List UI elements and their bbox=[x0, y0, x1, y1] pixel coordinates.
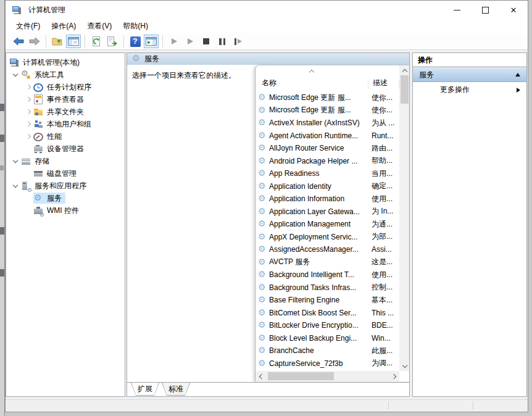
forward-button[interactable] bbox=[27, 35, 42, 48]
service-row[interactable]: Application Layer Gatewa... 为 In... bbox=[256, 206, 399, 218]
maximize-button[interactable] bbox=[471, 1, 499, 19]
service-name: Application Management bbox=[268, 220, 368, 228]
view-tab[interactable]: 标准 bbox=[162, 383, 190, 396]
tree-expand-chevron-icon[interactable] bbox=[23, 94, 33, 104]
tree-expand-chevron-icon[interactable] bbox=[11, 181, 21, 191]
tree-item[interactable]: 共享文件夹 bbox=[6, 106, 125, 118]
service-row[interactable]: Agent Activation Runtime... Runt... bbox=[256, 130, 399, 143]
tree-item[interactable]: 性能 bbox=[6, 130, 125, 143]
export-list-button[interactable] bbox=[105, 35, 120, 48]
service-description: 使用... bbox=[368, 270, 399, 280]
service-row[interactable]: AVCTP 服务 这是... bbox=[256, 256, 399, 269]
service-row[interactable]: AppX Deployment Servic... 为部... bbox=[256, 231, 399, 244]
service-row[interactable]: BitComet Disk Boost Ser... This ... bbox=[256, 307, 399, 320]
scroll-up-icon[interactable] bbox=[399, 65, 410, 76]
tree-item[interactable]: 计算机管理(本地) bbox=[6, 56, 125, 69]
tree-item[interactable]: 服务 bbox=[6, 192, 125, 204]
tree-item-icon bbox=[33, 107, 43, 117]
tree-item[interactable]: 事件查看器 bbox=[6, 93, 125, 106]
restart-service-button[interactable] bbox=[231, 35, 246, 48]
tree-item[interactable]: 设备管理器 bbox=[6, 143, 125, 155]
service-row[interactable]: Application Identity 确定... bbox=[256, 180, 399, 193]
view-tab[interactable]: 扩展 bbox=[131, 383, 159, 396]
service-gear-icon bbox=[258, 131, 268, 141]
service-gear-icon bbox=[258, 118, 268, 128]
tree-item[interactable]: 存储 bbox=[6, 155, 125, 167]
tree-item[interactable]: 服务和应用程序 bbox=[6, 180, 125, 192]
actions-section-services[interactable]: 服务 bbox=[413, 68, 526, 82]
scroll-left-icon[interactable] bbox=[256, 371, 266, 381]
help-icon: ? bbox=[130, 36, 141, 47]
service-gear-icon bbox=[258, 143, 268, 153]
tree-item[interactable]: 任务计划程序 bbox=[6, 81, 125, 93]
tree-expand-chevron-icon[interactable] bbox=[23, 144, 33, 154]
tree-item[interactable]: 磁盘管理 bbox=[6, 167, 125, 180]
title-bar[interactable]: 计算机管理 ✕ bbox=[6, 1, 528, 19]
service-row[interactable]: Background Tasks Infras... 控制... bbox=[256, 281, 399, 294]
tree-item[interactable]: 本地用户和组 bbox=[6, 118, 125, 130]
column-divider[interactable] bbox=[368, 80, 368, 89]
service-description: Assi... bbox=[368, 245, 399, 254]
tree-expand-chevron-icon[interactable] bbox=[23, 119, 33, 129]
scroll-right-icon[interactable] bbox=[389, 371, 399, 381]
show-action-pane-button[interactable] bbox=[144, 35, 159, 48]
service-name: BitLocker Drive Encryptio... bbox=[268, 321, 368, 330]
tree-expand-chevron-icon[interactable] bbox=[11, 70, 21, 80]
minimize-button[interactable] bbox=[443, 1, 471, 19]
service-description: This ... bbox=[368, 309, 399, 317]
action-pane-window-icon bbox=[146, 37, 157, 46]
menu-item[interactable]: 帮助(H) bbox=[117, 20, 154, 33]
tree-expand-chevron-icon[interactable] bbox=[23, 193, 33, 203]
service-description: 此服... bbox=[368, 346, 399, 356]
service-row[interactable]: Android Package Helper ... 帮助... bbox=[256, 155, 399, 168]
console-tree-window-icon bbox=[68, 37, 79, 46]
tree-item[interactable]: 系统工具 bbox=[6, 69, 125, 81]
tree-item-icon bbox=[33, 119, 43, 129]
vertical-scrollbar[interactable] bbox=[399, 65, 410, 371]
back-button[interactable] bbox=[11, 35, 26, 48]
column-header-name[interactable]: 名称 bbox=[262, 78, 276, 88]
service-row[interactable]: Background Intelligent T... 使用... bbox=[256, 268, 399, 281]
tree-expand-chevron-icon[interactable] bbox=[23, 206, 33, 215]
service-row[interactable]: Microsoft Edge 更新 服... 使你... bbox=[256, 91, 399, 104]
service-row[interactable]: ActiveX Installer (AxInstSV) 为从 ... bbox=[256, 117, 399, 130]
service-row[interactable]: Application Information 使用... bbox=[256, 193, 399, 206]
help-button[interactable]: ? bbox=[128, 35, 143, 48]
service-row[interactable]: App Readiness 当用... bbox=[256, 167, 399, 180]
vertical-scroll-thumb[interactable] bbox=[401, 75, 409, 104]
pause-service-button[interactable] bbox=[215, 35, 230, 48]
tree-item-label: 性能 bbox=[45, 131, 64, 142]
tree-item[interactable]: WMI 控件 bbox=[6, 204, 125, 217]
resume-service-button[interactable] bbox=[183, 35, 197, 48]
tree-expand-chevron-icon[interactable] bbox=[23, 131, 33, 141]
tree-expand-chevron-icon[interactable] bbox=[23, 82, 33, 92]
service-row[interactable]: Application Management 为通... bbox=[256, 218, 399, 231]
close-button[interactable]: ✕ bbox=[499, 1, 528, 19]
horizontal-scrollbar[interactable] bbox=[256, 371, 399, 381]
stop-service-button[interactable] bbox=[199, 35, 214, 48]
service-row[interactable]: Microsoft Edge 更新 服... 使你... bbox=[256, 104, 399, 117]
refresh-button[interactable] bbox=[89, 35, 104, 48]
show-console-tree-button[interactable] bbox=[66, 35, 81, 48]
service-row[interactable]: AllJoyn Router Service 路由... bbox=[256, 142, 399, 155]
menu-item[interactable]: 操作(A) bbox=[46, 20, 81, 33]
up-folder-button[interactable] bbox=[50, 35, 65, 48]
collapse-section-icon[interactable] bbox=[515, 73, 520, 77]
more-actions-item[interactable]: 更多操作 bbox=[413, 82, 526, 98]
service-row[interactable]: CaptureService_72f3b 为调... bbox=[256, 357, 399, 370]
service-row[interactable]: Block Level Backup Engi... Win... bbox=[256, 332, 399, 345]
menu-item[interactable]: 查看(V) bbox=[81, 20, 117, 33]
service-row[interactable]: Base Filtering Engine 基本... bbox=[256, 294, 399, 307]
tree-expand-chevron-icon[interactable] bbox=[23, 168, 33, 178]
service-row[interactable]: BranchCache 此服... bbox=[256, 344, 399, 357]
menu-item[interactable]: 文件(F) bbox=[10, 20, 46, 33]
horizontal-scroll-thumb[interactable] bbox=[268, 372, 334, 380]
service-row[interactable]: AssignedAccessManager... Assi... bbox=[256, 243, 399, 256]
tree-expand-chevron-icon[interactable] bbox=[11, 156, 21, 166]
start-service-button[interactable] bbox=[167, 35, 181, 48]
service-row[interactable]: BitLocker Drive Encryptio... BDE... bbox=[256, 319, 399, 332]
scroll-down-icon[interactable] bbox=[399, 360, 410, 371]
column-header-description[interactable]: 描述 bbox=[373, 78, 388, 88]
service-description: 确定... bbox=[368, 181, 399, 191]
tree-expand-chevron-icon[interactable] bbox=[23, 107, 33, 117]
